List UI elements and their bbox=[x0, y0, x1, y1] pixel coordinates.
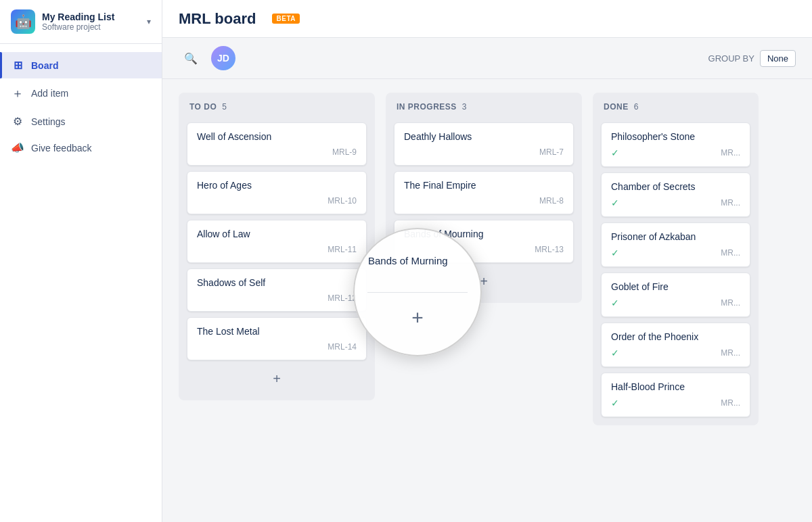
top-bar: MRL board BETA bbox=[162, 0, 812, 38]
card-mrl-2-footer: ✓ MR... bbox=[611, 197, 740, 208]
sidebar-item-add-item[interactable]: ＋ Add item bbox=[0, 78, 162, 108]
card-mrl-2[interactable]: Chamber of Secrets ✓ MR... bbox=[601, 172, 750, 217]
card-mrl-2-check: ✓ bbox=[611, 197, 619, 208]
card-mrl-9[interactable]: Well of Ascension MRL-9 bbox=[187, 122, 367, 166]
card-mrl-10-footer: MRL-10 bbox=[197, 196, 357, 206]
add-in-progress-button[interactable]: + bbox=[394, 268, 574, 295]
card-mrl-7-footer: MRL-7 bbox=[404, 147, 564, 157]
card-mrl-3-id: MR... bbox=[721, 248, 740, 258]
card-mrl-1-id: MR... bbox=[721, 148, 740, 158]
column-todo: TO DO 5 Well of Ascension MRL-9 Hero of … bbox=[179, 93, 375, 400]
card-mrl-1-check: ✓ bbox=[611, 147, 619, 158]
card-mrl-1[interactable]: Philosopher's Stone ✓ MR... bbox=[601, 122, 750, 167]
add-todo-button[interactable]: + bbox=[187, 366, 367, 392]
card-mrl-5-footer: ✓ MR... bbox=[611, 348, 740, 358]
card-mrl-8-id: MRL-8 bbox=[539, 196, 564, 206]
board-label: Board bbox=[31, 60, 58, 71]
card-mrl-14-title: The Lost Metal bbox=[197, 326, 357, 337]
card-mrl-11[interactable]: Allow of Law MRL-11 bbox=[187, 220, 367, 263]
column-in-progress-label: IN PROGRESS bbox=[397, 102, 457, 112]
card-mrl-14[interactable]: The Lost Metal MRL-14 bbox=[187, 317, 367, 360]
card-mrl-8-footer: MRL-8 bbox=[404, 196, 564, 206]
card-mrl-12[interactable]: Shadows of Self MRL-12 bbox=[187, 268, 367, 312]
card-mrl-4-check: ✓ bbox=[611, 298, 619, 308]
card-mrl-13-id: MRL-13 bbox=[535, 245, 564, 254]
card-mrl-6-check: ✓ bbox=[611, 398, 619, 408]
project-header[interactable]: 🤖 My Reading List Software project ▾ bbox=[0, 0, 162, 44]
card-mrl-12-id: MRL-12 bbox=[328, 293, 357, 303]
card-mrl-6[interactable]: Half-Blood Prince ✓ MR... bbox=[601, 373, 750, 417]
column-todo-header: TO DO 5 bbox=[187, 101, 367, 117]
page-title: MRL board bbox=[179, 10, 256, 28]
sidebar-item-board[interactable]: ⊞ Board bbox=[0, 52, 162, 78]
add-item-label: Add item bbox=[31, 88, 68, 99]
settings-icon: ⚙ bbox=[11, 115, 24, 128]
column-todo-label: TO DO bbox=[189, 102, 217, 112]
card-mrl-3[interactable]: Prisoner of Azkaban ✓ MR... bbox=[601, 222, 750, 267]
column-todo-count: 5 bbox=[222, 102, 227, 112]
column-done-header: DONE 6 bbox=[601, 101, 750, 117]
card-mrl-10-id: MRL-10 bbox=[328, 196, 357, 206]
card-mrl-5-title: Order of the Phoenix bbox=[611, 331, 740, 342]
card-mrl-9-footer: MRL-9 bbox=[197, 147, 357, 157]
card-mrl-6-title: Half-Blood Prince bbox=[611, 381, 740, 392]
card-mrl-9-id: MRL-9 bbox=[332, 147, 357, 157]
card-mrl-3-title: Prisoner of Azkaban bbox=[611, 231, 740, 242]
sidebar-item-settings[interactable]: ⚙ Settings bbox=[0, 108, 162, 135]
card-mrl-3-check: ✓ bbox=[611, 247, 619, 258]
group-by-label: GROUP BY bbox=[708, 53, 754, 64]
card-mrl-4-title: Goblet of Fire bbox=[611, 281, 740, 292]
cursor-plus-icon: + bbox=[411, 306, 424, 329]
card-mrl-11-id: MRL-11 bbox=[328, 245, 357, 254]
column-in-progress: IN PROGRESS 3 Deathly Hallows MRL-7 The … bbox=[386, 93, 582, 303]
card-mrl-6-footer: ✓ MR... bbox=[611, 398, 740, 408]
card-mrl-4[interactable]: Goblet of Fire ✓ MR... bbox=[601, 272, 750, 317]
sidebar: 🤖 My Reading List Software project ▾ ⊞ B… bbox=[0, 0, 162, 522]
card-mrl-10-title: Hero of Ages bbox=[197, 180, 357, 191]
board: TO DO 5 Well of Ascension MRL-9 Hero of … bbox=[162, 79, 812, 522]
card-mrl-7[interactable]: Deathly Hallows MRL-7 bbox=[394, 122, 574, 166]
card-mrl-2-id: MR... bbox=[721, 198, 740, 208]
column-done: DONE 6 Philosopher's Stone ✓ MR... Chamb… bbox=[593, 93, 759, 425]
group-by-value[interactable]: None bbox=[760, 50, 796, 67]
sidebar-item-give-feedback[interactable]: 📣 Give feedback bbox=[0, 135, 162, 161]
chevron-icon: ▾ bbox=[147, 17, 151, 26]
card-mrl-2-title: Chamber of Secrets bbox=[611, 181, 740, 192]
card-mrl-10[interactable]: Hero of Ages MRL-10 bbox=[187, 171, 367, 214]
column-done-label: DONE bbox=[604, 102, 629, 112]
card-mrl-7-title: Deathly Hallows bbox=[404, 131, 564, 142]
card-mrl-14-footer: MRL-14 bbox=[197, 342, 357, 352]
card-mrl-5[interactable]: Order of the Phoenix ✓ MR... bbox=[601, 323, 750, 367]
column-done-count: 6 bbox=[634, 102, 639, 112]
card-mrl-4-footer: ✓ MR... bbox=[611, 298, 740, 308]
feedback-icon: 📣 bbox=[11, 141, 24, 154]
card-mrl-12-footer: MRL-12 bbox=[197, 293, 357, 303]
card-mrl-11-footer: MRL-11 bbox=[197, 245, 357, 254]
add-icon: ＋ bbox=[11, 85, 24, 101]
card-mrl-1-title: Philosopher's Stone bbox=[611, 131, 740, 142]
main-content: MRL board BETA 🔍 JD GROUP BY None TO DO … bbox=[162, 0, 812, 522]
sidebar-nav: ⊞ Board ＋ Add item ⚙ Settings 📣 Give fee… bbox=[0, 44, 162, 522]
card-mrl-8-title: The Final Empire bbox=[404, 180, 564, 191]
card-mrl-12-title: Shadows of Self bbox=[197, 277, 357, 288]
group-by-section: GROUP BY None bbox=[708, 50, 796, 67]
user-avatar[interactable]: JD bbox=[211, 46, 235, 70]
card-mrl-13[interactable]: Bands of Mourning MRL-13 bbox=[394, 220, 574, 263]
card-mrl-14-id: MRL-14 bbox=[328, 342, 357, 352]
settings-label: Settings bbox=[31, 116, 66, 127]
project-sub: Software project bbox=[42, 22, 140, 32]
feedback-label: Give feedback bbox=[31, 143, 92, 153]
beta-badge: BETA bbox=[272, 14, 299, 24]
card-mrl-3-footer: ✓ MR... bbox=[611, 247, 740, 258]
card-mrl-13-title: Bands of Mourning bbox=[404, 229, 564, 239]
card-mrl-4-id: MR... bbox=[721, 298, 740, 308]
column-in-progress-header: IN PROGRESS 3 bbox=[394, 101, 574, 117]
card-mrl-5-check: ✓ bbox=[611, 348, 619, 358]
board-icon: ⊞ bbox=[11, 59, 24, 72]
project-name: My Reading List bbox=[42, 11, 140, 22]
card-mrl-1-footer: ✓ MR... bbox=[611, 147, 740, 158]
card-mrl-13-footer: MRL-13 bbox=[404, 245, 564, 254]
card-mrl-6-id: MR... bbox=[721, 398, 740, 408]
card-mrl-8[interactable]: The Final Empire MRL-8 bbox=[394, 171, 574, 214]
search-button[interactable]: 🔍 bbox=[179, 46, 203, 70]
